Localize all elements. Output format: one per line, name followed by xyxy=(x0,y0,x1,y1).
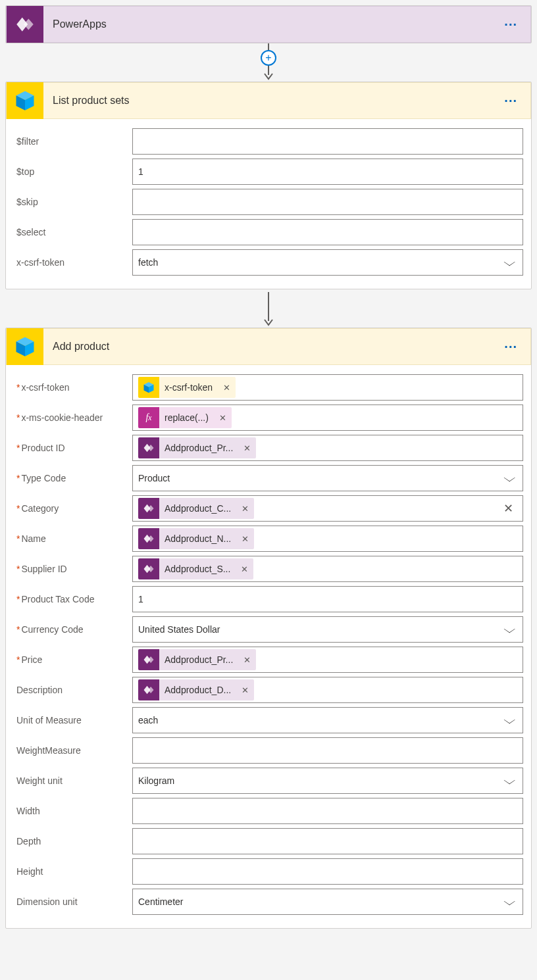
weight-measure-input[interactable] xyxy=(132,737,523,764)
powerapps-icon xyxy=(138,498,159,519)
token-label: Addproduct_Pr... xyxy=(159,443,238,453)
cookie-input[interactable]: fx replace(...) ✕ xyxy=(132,404,523,431)
token-label: replace(...) xyxy=(159,412,214,423)
token-label: Addproduct_Pr... xyxy=(159,654,238,665)
currency-label: Currency Code xyxy=(14,624,132,635)
token-remove[interactable]: ✕ xyxy=(238,443,256,453)
powerapps-icon xyxy=(138,528,159,549)
select-label: $select xyxy=(14,227,132,237)
price-label: Price xyxy=(14,654,132,665)
token-remove[interactable]: ✕ xyxy=(236,685,254,695)
category-input[interactable]: Addproduct_C... ✕ ✕ xyxy=(132,495,523,522)
token-remove[interactable]: ✕ xyxy=(218,383,236,393)
width-input[interactable] xyxy=(132,798,523,824)
clear-button[interactable]: ✕ xyxy=(503,501,513,516)
powerapps-header[interactable]: PowerApps ··· xyxy=(6,6,531,43)
token-cookie[interactable]: fx replace(...) ✕ xyxy=(138,407,232,428)
powerapps-title: PowerApps xyxy=(43,18,496,30)
add-product-card: Add product ··· x-csrf-token x-csrf-toke… xyxy=(5,328,532,929)
token-category[interactable]: Addproduct_C... ✕ xyxy=(138,498,254,519)
token-csrf[interactable]: x-csrf-token ✕ xyxy=(138,377,236,398)
weight-measure-label: WeightMeasure xyxy=(14,745,132,756)
powerapps-icon xyxy=(138,437,159,458)
token-label: Addproduct_C... xyxy=(159,503,236,514)
token-label: Addproduct_S... xyxy=(159,564,236,574)
token-label: Addproduct_D... xyxy=(159,685,236,695)
csrf-input[interactable]: x-csrf-token ✕ xyxy=(132,374,523,401)
depth-label: Depth xyxy=(14,836,132,846)
token-name[interactable]: Addproduct_N... ✕ xyxy=(138,528,254,549)
name-label: Name xyxy=(14,533,132,544)
type-code-select[interactable]: Product xyxy=(132,465,523,491)
token-product-id[interactable]: Addproduct_Pr... ✕ xyxy=(138,437,256,458)
token-remove[interactable]: ✕ xyxy=(238,655,256,665)
weight-unit-select[interactable]: Kilogram xyxy=(132,768,523,794)
skip-label: $skip xyxy=(14,197,132,207)
depth-input[interactable] xyxy=(132,828,523,854)
powerapps-icon xyxy=(7,6,43,43)
connector-arrow xyxy=(5,289,532,328)
cube-icon xyxy=(7,328,43,365)
more-button[interactable]: ··· xyxy=(496,17,525,32)
weight-unit-value: Kilogram xyxy=(138,775,174,786)
width-label: Width xyxy=(14,806,132,816)
product-id-input[interactable]: Addproduct_Pr... ✕ xyxy=(132,435,523,461)
token-label: Addproduct_N... xyxy=(159,533,236,544)
type-code-value: Product xyxy=(138,473,170,483)
supplier-id-input[interactable]: Addproduct_S... ✕ xyxy=(132,556,523,582)
add-product-header[interactable]: Add product ··· xyxy=(6,328,531,365)
uom-label: Unit of Measure xyxy=(14,715,132,725)
height-input[interactable] xyxy=(132,858,523,885)
token-description[interactable]: Addproduct_D... ✕ xyxy=(138,679,254,700)
more-button[interactable]: ··· xyxy=(496,93,525,108)
dim-unit-label: Dimension unit xyxy=(14,896,132,907)
powerapps-icon xyxy=(138,679,159,700)
csrf-value: fetch xyxy=(138,257,158,268)
add-step-button[interactable]: + xyxy=(261,50,276,66)
connector-arrow: + xyxy=(5,43,532,82)
type-code-label: Type Code xyxy=(14,473,132,483)
name-input[interactable]: Addproduct_N... ✕ xyxy=(132,526,523,552)
powerapps-card: PowerApps ··· xyxy=(5,5,532,43)
dim-unit-select[interactable]: Centimeter xyxy=(132,889,523,915)
token-remove[interactable]: ✕ xyxy=(236,504,254,514)
cube-icon xyxy=(138,377,159,398)
cube-icon xyxy=(7,82,43,119)
height-label: Height xyxy=(14,866,132,877)
select-input[interactable] xyxy=(132,219,523,245)
cookie-label: x-ms-cookie-header xyxy=(14,412,132,423)
token-remove[interactable]: ✕ xyxy=(236,564,253,574)
token-remove[interactable]: ✕ xyxy=(236,534,254,544)
filter-input[interactable] xyxy=(132,128,523,155)
description-input[interactable]: Addproduct_D... ✕ xyxy=(132,677,523,703)
powerapps-icon xyxy=(138,649,159,670)
filter-label: $filter xyxy=(14,136,132,147)
powerapps-icon xyxy=(138,558,159,579)
currency-select[interactable]: United States Dollar xyxy=(132,616,523,643)
token-price[interactable]: Addproduct_Pr... ✕ xyxy=(138,649,256,670)
csrf-label: x-csrf-token xyxy=(14,382,132,393)
more-button[interactable]: ··· xyxy=(496,339,525,354)
dim-unit-value: Centimeter xyxy=(138,896,183,907)
list-products-header[interactable]: List product sets ··· xyxy=(6,82,531,119)
uom-value: each xyxy=(138,715,158,725)
token-supplier-id[interactable]: Addproduct_S... ✕ xyxy=(138,558,253,579)
tax-code-input[interactable]: 1 xyxy=(132,586,523,612)
top-label: $top xyxy=(14,166,132,177)
description-label: Description xyxy=(14,685,132,695)
weight-unit-label: Weight unit xyxy=(14,775,132,786)
category-label: Category xyxy=(14,503,132,514)
top-input[interactable]: 1 xyxy=(132,159,523,185)
token-label: x-csrf-token xyxy=(159,382,218,393)
csrf-select[interactable]: fetch xyxy=(132,249,523,276)
uom-select[interactable]: each xyxy=(132,707,523,733)
token-remove[interactable]: ✕ xyxy=(214,413,232,423)
list-products-title: List product sets xyxy=(43,95,496,107)
price-input[interactable]: Addproduct_Pr... ✕ xyxy=(132,647,523,673)
tax-code-label: Product Tax Code xyxy=(14,594,132,604)
skip-input[interactable] xyxy=(132,189,523,215)
list-products-card: List product sets ··· $filter $top 1 $sk… xyxy=(5,82,532,289)
csrf-label: x-csrf-token xyxy=(14,257,132,268)
add-product-title: Add product xyxy=(43,341,496,353)
fx-icon: fx xyxy=(138,407,159,428)
